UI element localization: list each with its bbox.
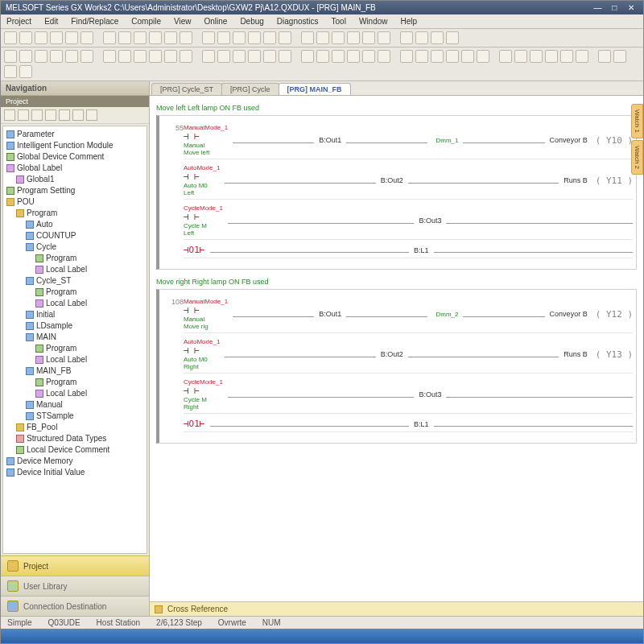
menu-online[interactable]: Online — [201, 16, 229, 27]
ladder-rung[interactable]: AutoMode_1⊣ ⊢Auto M0LeftB:Out2Runs B( Y1… — [163, 162, 633, 200]
toolbar-button[interactable] — [431, 50, 444, 63]
ladder-canvas[interactable]: Watch 1Watch 2 Move left Left lamp ON FB… — [150, 96, 643, 601]
ladder-rung[interactable]: 108ManualMode_1⊣ ⊢ManualMove rigB:Out1Dm… — [163, 295, 633, 333]
toolbar-button[interactable] — [118, 31, 131, 44]
menu-findreplace[interactable]: Find/Replace — [68, 16, 121, 27]
coil[interactable]: ( Y10 ) — [596, 135, 633, 146]
toolbar-button[interactable] — [598, 50, 611, 63]
minimize-button[interactable]: — — [590, 3, 605, 12]
toolbar-button[interactable] — [103, 50, 116, 63]
toolbar-button[interactable] — [164, 31, 177, 44]
toolbar-button[interactable] — [19, 50, 32, 63]
toolbar-button[interactable] — [514, 50, 527, 63]
toolbar-button[interactable] — [332, 50, 345, 63]
menu-compile[interactable]: Compile — [129, 16, 163, 27]
tree-item[interactable]: Program — [5, 377, 145, 388]
toolbar-button[interactable] — [202, 50, 215, 63]
toolbar-button[interactable] — [431, 31, 444, 44]
toolbar-button[interactable] — [149, 50, 162, 63]
tree-item[interactable]: Program — [5, 253, 145, 264]
toolbar-button[interactable] — [134, 31, 147, 44]
nav-section-button[interactable]: Connection Destination — [1, 596, 149, 616]
toolbar-button[interactable] — [332, 31, 345, 44]
tree-item[interactable]: Device Memory — [5, 456, 145, 467]
toolbar-button[interactable] — [217, 50, 230, 63]
tree-item[interactable]: Local Label — [5, 388, 145, 399]
toolbar-button[interactable] — [80, 31, 93, 44]
side-tab[interactable]: Watch 2 — [631, 140, 643, 175]
tree-item[interactable]: Local Label — [5, 354, 145, 365]
toolbar-button[interactable] — [35, 31, 47, 44]
toolbar-button[interactable] — [4, 31, 17, 44]
tree-item[interactable]: Program — [5, 287, 145, 298]
ladder-rung[interactable]: CycleMode_1⊣ ⊢Cycle MRightB:Out3 — [163, 376, 633, 414]
toolbar-button[interactable] — [378, 31, 390, 44]
tree-item[interactable]: Global1 — [5, 174, 145, 185]
toolbar-button[interactable] — [65, 31, 78, 44]
contact[interactable]: ManualMode_1⊣ ⊢ManualMove rig — [184, 298, 228, 330]
toolbar-button[interactable] — [19, 31, 32, 44]
ladder-rung[interactable]: ⊣O1⊢B:L1 — [163, 416, 633, 437]
toolbar-button[interactable] — [362, 31, 375, 44]
contact[interactable]: ManualMode_1⊣ ⊢ManualMove left — [184, 124, 228, 156]
nav-tool-button[interactable] — [59, 109, 70, 121]
editor-tab[interactable]: [PRG] Cycle — [221, 83, 279, 95]
nav-tool-button[interactable] — [4, 109, 15, 121]
nav-section-button[interactable]: User Library — [1, 576, 149, 596]
toolbar-button[interactable] — [233, 50, 246, 63]
toolbar-button[interactable] — [4, 65, 17, 78]
contact[interactable]: AutoMode_1⊣ ⊢Auto M0Right — [184, 338, 220, 370]
toolbar-button[interactable] — [180, 31, 192, 44]
toolbar-button[interactable] — [499, 50, 512, 63]
side-tab[interactable]: Watch 1 — [631, 104, 643, 138]
contact[interactable]: ⊣O1⊢ — [184, 419, 205, 429]
toolbar-button[interactable] — [347, 31, 360, 44]
toolbar-button[interactable] — [19, 65, 32, 78]
tree-item[interactable]: Program Setting — [5, 185, 145, 196]
tree-item[interactable]: STSample — [5, 411, 145, 422]
toolbar-button[interactable] — [316, 50, 329, 63]
cross-reference-bar[interactable]: Cross Reference — [150, 601, 643, 616]
toolbar-button[interactable] — [530, 50, 543, 63]
nav-tool-button[interactable] — [45, 109, 56, 121]
toolbar-button[interactable] — [233, 31, 246, 44]
tree-item[interactable]: Cycle_ST — [5, 275, 145, 287]
tree-item[interactable]: Program — [5, 208, 145, 219]
toolbar-button[interactable] — [80, 50, 93, 63]
toolbar-button[interactable] — [50, 50, 63, 63]
toolbar-button[interactable] — [149, 31, 162, 44]
menu-edit[interactable]: Edit — [42, 16, 60, 27]
toolbar-button[interactable] — [263, 31, 276, 44]
nav-tool-button[interactable] — [86, 109, 97, 121]
coil[interactable]: ( Y13 ) — [596, 349, 633, 360]
coil[interactable]: ( Y11 ) — [596, 175, 633, 186]
toolbar-button[interactable] — [103, 31, 116, 44]
toolbar-button[interactable] — [461, 50, 474, 63]
editor-tab[interactable]: [PRG] Cycle_ST — [151, 83, 222, 95]
nav-tool-button[interactable] — [18, 109, 29, 121]
toolbar-button[interactable] — [202, 31, 215, 44]
toolbar-button[interactable] — [164, 50, 177, 63]
toolbar-button[interactable] — [415, 50, 428, 63]
toolbar-button[interactable] — [4, 50, 17, 63]
contact[interactable]: CycleMode_1⊣ ⊢Cycle MRight — [184, 378, 223, 411]
toolbar-button[interactable] — [362, 50, 375, 63]
tree-item[interactable]: Global Device Comment — [5, 151, 145, 163]
toolbar-button[interactable] — [613, 50, 626, 63]
tree-item[interactable]: COUNTUP — [5, 230, 145, 242]
toolbar-button[interactable] — [545, 50, 558, 63]
toolbar-button[interactable] — [279, 31, 291, 44]
menu-tool[interactable]: Tool — [329, 16, 349, 27]
tree-item[interactable]: Manual — [5, 399, 145, 411]
tree-item[interactable]: MAIN — [5, 332, 145, 343]
toolbar-button[interactable] — [248, 50, 261, 63]
toolbar-button[interactable] — [248, 31, 261, 44]
contact[interactable]: AutoMode_1⊣ ⊢Auto M0Left — [184, 164, 220, 196]
toolbar-button[interactable] — [301, 50, 314, 63]
toolbar-button[interactable] — [446, 50, 459, 63]
contact[interactable]: ⊣O1⊢ — [184, 245, 205, 255]
toolbar-button[interactable] — [477, 50, 489, 63]
tree-item[interactable]: Local Device Comment — [5, 444, 145, 456]
toolbar-button[interactable] — [400, 31, 413, 44]
toolbar-button[interactable] — [217, 31, 230, 44]
